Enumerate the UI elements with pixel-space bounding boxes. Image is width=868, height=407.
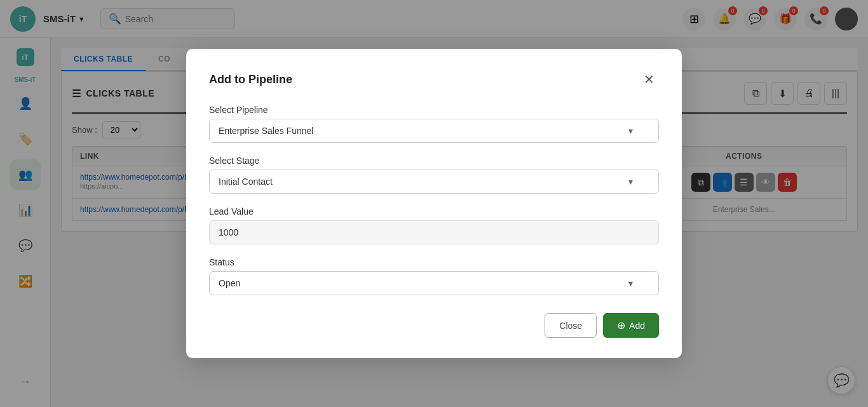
- close-modal-button[interactable]: Close: [545, 313, 597, 338]
- add-icon: ⊕: [617, 319, 625, 331]
- select-stage-group: Select Stage Initial Contact ▾: [209, 156, 659, 194]
- select-stage-label: Select Stage: [209, 156, 659, 166]
- select-pipeline-value: Enterprise Sales Funnel: [219, 126, 313, 136]
- select-pipeline-group: Select Pipeline Enterprise Sales Funnel …: [209, 105, 659, 143]
- modal-overlay: Add to Pipeline ✕ Select Pipeline Enterp…: [0, 0, 868, 407]
- pipeline-chevron-icon: ▾: [628, 126, 633, 136]
- status-wrapper: Open ▾: [209, 271, 659, 295]
- status-group: Status Open ▾: [209, 257, 659, 295]
- status-chevron-icon: ▾: [628, 278, 633, 288]
- status-label: Status: [209, 257, 659, 267]
- select-stage-dropdown[interactable]: Initial Contact ▾: [209, 170, 659, 194]
- modal-title: Add to Pipeline: [209, 73, 292, 86]
- select-pipeline-dropdown[interactable]: Enterprise Sales Funnel ▾: [209, 119, 659, 143]
- modal-close-button[interactable]: ✕: [639, 69, 659, 90]
- add-pipeline-button[interactable]: ⊕ Add: [603, 313, 659, 338]
- add-to-pipeline-modal: Add to Pipeline ✕ Select Pipeline Enterp…: [186, 49, 682, 358]
- select-pipeline-label: Select Pipeline: [209, 105, 659, 115]
- lead-value-label: Lead Value: [209, 206, 659, 217]
- status-dropdown[interactable]: Open ▾: [209, 271, 659, 295]
- stage-chevron-icon: ▾: [628, 177, 633, 187]
- lead-value-group: Lead Value: [209, 206, 659, 244]
- status-value: Open: [219, 278, 240, 288]
- select-stage-value: Initial Contact: [219, 177, 273, 187]
- modal-footer: Close ⊕ Add: [209, 313, 659, 338]
- select-stage-wrapper: Initial Contact ▾: [209, 170, 659, 194]
- modal-header: Add to Pipeline ✕: [209, 69, 659, 90]
- select-pipeline-wrapper: Enterprise Sales Funnel ▾: [209, 119, 659, 143]
- lead-value-input[interactable]: [209, 220, 659, 244]
